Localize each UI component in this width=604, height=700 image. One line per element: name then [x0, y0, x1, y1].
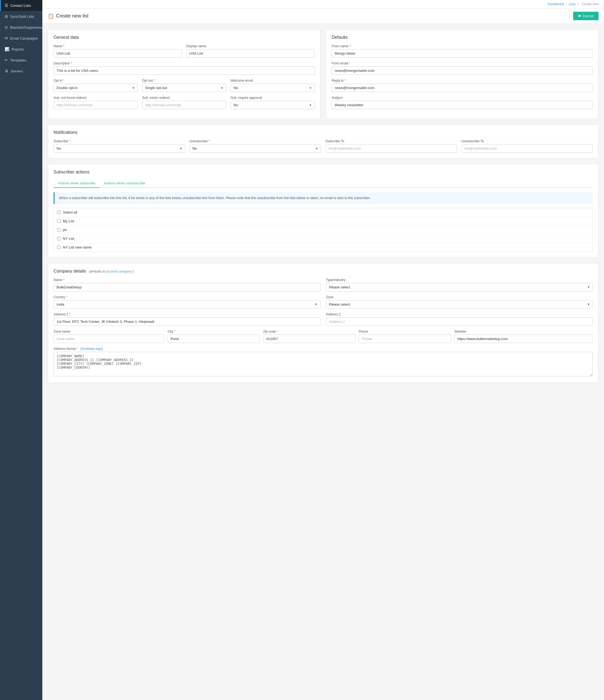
address1-group: Address 1 *	[53, 312, 320, 326]
opt-in-select-wrap: Double opt-in Single opt-in ▼	[53, 83, 138, 92]
city-group: City *	[167, 330, 260, 343]
cancel-icon: ✖	[578, 14, 581, 18]
from-email-label: From email *	[332, 61, 593, 65]
general-data-section: General data Name * Display name	[48, 29, 320, 119]
sub-not-found-input[interactable]	[53, 101, 138, 109]
notifications-section: Notifications Subscribe * No Yes ▼	[48, 124, 599, 158]
checkbox-ny-list[interactable]	[57, 237, 61, 240]
sub-exists-input[interactable]	[142, 101, 226, 109]
address1-input[interactable]	[53, 317, 320, 326]
from-email-input[interactable]	[332, 66, 593, 75]
opt-out-group: Opt out * Single opt-out Double opt-out …	[142, 79, 226, 92]
subscribe-to-input[interactable]	[325, 144, 457, 153]
company-name-input[interactable]	[53, 283, 320, 292]
templates-icon: ✏	[5, 58, 8, 62]
unsubscribe-select[interactable]: No Yes	[190, 144, 321, 153]
blacklist-icon: ⊘	[5, 25, 8, 29]
from-email-row: From email *	[332, 61, 593, 75]
sidebar-item-templates[interactable]: ✏ Templates	[0, 55, 42, 66]
country-zone-row: Country * India ▼ Zone Please select	[53, 295, 593, 309]
city-label: City *	[167, 330, 260, 333]
sub-exists-group: Sub. exists redirect	[142, 96, 226, 109]
contact-lists-icon: ☰	[5, 3, 8, 8]
breadcrumb-dashboard[interactable]: Dashboard	[548, 2, 564, 6]
sub-require-approval-group: Sub. require approval No Yes ▼	[231, 96, 315, 109]
checkbox-label-my-list: My List	[63, 219, 74, 223]
from-name-input[interactable]	[332, 49, 593, 58]
address-format-label: Address format * [Available tags]	[53, 347, 593, 351]
checkbox-label-select-all: Select all	[63, 210, 77, 215]
opt-out-label: Opt out *	[142, 79, 226, 82]
tab-actions-subscribe[interactable]: Actions when subscribe	[53, 179, 100, 188]
account-company-link[interactable]: account company	[106, 270, 132, 273]
redirects-approval-row: Sub. not found redirect Sub. exists redi…	[53, 96, 315, 109]
checkbox-item-ny-list: NY List	[54, 234, 593, 243]
type-industry-select[interactable]: Please select	[326, 283, 593, 292]
unsubscribe-to-group: Unsubscribe To	[461, 139, 593, 153]
subject-input[interactable]	[332, 101, 593, 109]
unsubscribe-to-input[interactable]	[461, 144, 593, 153]
checkbox-jet[interactable]	[57, 228, 61, 232]
address1-label: Address 1 *	[53, 312, 320, 316]
cancel-button[interactable]: ✖ Cancel	[573, 12, 599, 20]
name-displayname-row: Name * Display name	[53, 44, 315, 58]
sidebar-item-blacklist[interactable]: ⊘ Blacklist/Suppression	[0, 22, 42, 33]
welcome-email-select[interactable]: No Yes	[231, 83, 315, 92]
city-input[interactable]	[167, 334, 260, 343]
unsubscribe-select-wrap: No Yes ▼	[190, 144, 321, 153]
breadcrumb-sep2: ›	[578, 2, 579, 6]
phone-input[interactable]	[359, 334, 451, 343]
welcome-email-select-wrap: No Yes ▼	[231, 83, 315, 92]
description-input[interactable]	[53, 66, 315, 75]
checkbox-my-list[interactable]	[57, 219, 61, 223]
from-email-group: From email *	[332, 61, 593, 75]
sidebar-item-servers[interactable]: 🖥 Servers	[0, 66, 42, 76]
page-title: 📋 Create new list	[48, 13, 89, 19]
subscribe-select[interactable]: No Yes	[53, 144, 185, 153]
description-group: Description *	[53, 61, 315, 75]
defaults-section: Defaults From name * From email *	[326, 29, 599, 119]
sub-require-select-wrap: No Yes ▼	[231, 101, 315, 109]
tab-actions-unsubscribe[interactable]: Actions when unsubscribe	[100, 179, 150, 188]
optin-optout-welcome-row: Opt in * Double opt-in Single opt-in ▼	[53, 79, 315, 92]
sub-exists-label: Sub. exists redirect	[142, 96, 226, 100]
checkbox-ny-list-new-name[interactable]	[57, 246, 61, 249]
subscribe-notif-group: Subscribe * No Yes ▼	[53, 139, 185, 153]
address2-input[interactable]	[326, 317, 593, 326]
opt-in-select[interactable]: Double opt-in Single opt-in	[53, 83, 138, 92]
zone-select[interactable]: Please select	[326, 300, 593, 309]
sidebar: ☰ Contact Lists ⊞ Sync/Split Lists ⊘ Bla…	[0, 0, 42, 700]
address-format-textarea[interactable]: [COMPANY_NAME] [COMPANY_ADDRESS_1] [COMP…	[53, 352, 593, 376]
checkbox-item-jet: jet	[54, 226, 593, 234]
zone-name-input[interactable]	[53, 334, 164, 343]
opt-in-group: Opt in * Double opt-in Single opt-in ▼	[53, 79, 138, 92]
zone-select-wrap: Please select ▼	[326, 300, 593, 309]
page-header: 📋 Create new list ✖ Cancel	[42, 8, 604, 24]
notifications-row: Subscribe * No Yes ▼ Unsubscribe *	[53, 139, 593, 153]
name-label: Name *	[53, 44, 182, 48]
country-select[interactable]: India	[53, 300, 320, 309]
reports-icon: 📊	[5, 47, 9, 51]
zone-name-group: Zone name	[53, 330, 164, 343]
sub-require-approval-select[interactable]: No Yes	[231, 101, 315, 109]
zone-name-label: Zone name	[53, 330, 164, 333]
sidebar-item-email-campaigns[interactable]: ✉ Email Campaigns	[0, 33, 42, 44]
available-tags-link[interactable]: [Available tags]	[80, 347, 103, 351]
checkbox-label-ny-list-new-name: NY List new name	[63, 245, 92, 249]
email-campaigns-icon: ✉	[5, 36, 8, 41]
welcome-email-group: Welcome email No Yes ▼	[231, 79, 315, 92]
website-input[interactable]	[454, 334, 593, 343]
sidebar-item-contact-lists[interactable]: ☰ Contact Lists	[0, 0, 42, 11]
address2-label: Address 2	[326, 312, 593, 316]
name-input[interactable]	[53, 49, 182, 58]
sub-not-found-label: Sub. not found redirect	[53, 96, 138, 100]
sidebar-item-reports[interactable]: 📊 Reports	[0, 44, 42, 55]
opt-out-select[interactable]: Single opt-out Double opt-out	[142, 83, 226, 92]
breadcrumb-lists[interactable]: Lists	[569, 2, 576, 6]
checkbox-select-all[interactable]	[57, 210, 61, 214]
reply-to-input[interactable]	[332, 83, 593, 92]
display-name-input[interactable]	[186, 49, 315, 58]
sidebar-item-sync-split[interactable]: ⊞ Sync/Split Lists	[0, 11, 42, 22]
country-group: Country * India ▼	[53, 295, 320, 309]
zip-code-input[interactable]	[263, 334, 356, 343]
